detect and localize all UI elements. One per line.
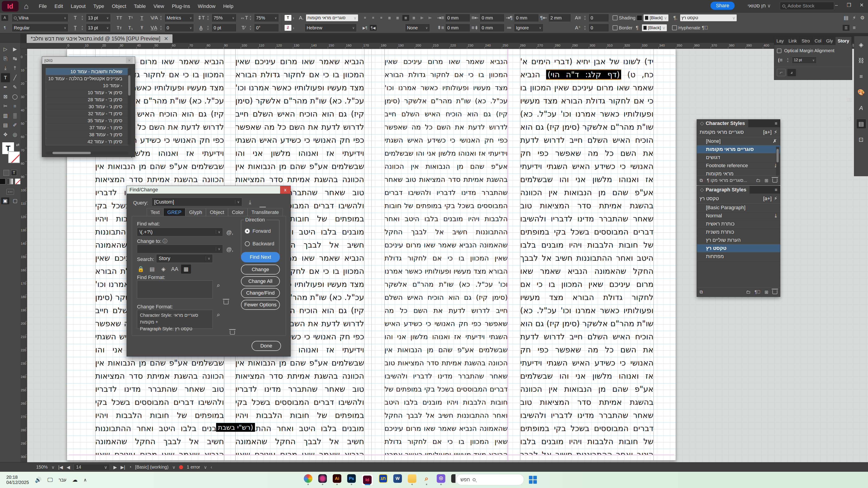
menu-file[interactable]: File [39,3,47,9]
right-indent-field[interactable]: 0 mm [480,14,504,22]
color-panel-icon[interactable]: 🎨 [856,87,866,97]
align-left-button[interactable]: ≡ [362,15,368,21]
list-item[interactable]: סימן ד' - עמוד 32 [46,110,128,117]
list-item[interactable]: סימן ה' - עמוד 35 [46,117,128,124]
language-indicator[interactable]: עבר [59,477,66,483]
tab-story[interactable]: Story [835,37,852,45]
menu-type[interactable]: Type [93,3,104,9]
gradient-feather-tool[interactable]: ▒ [10,111,20,120]
eyedropper-tool[interactable]: ✐ [10,121,20,130]
leading-stepper[interactable]: ∧∨ [80,24,85,32]
include-footnotes-icon[interactable]: ▦ [181,265,191,273]
glyphs-panel-icon[interactable]: A [856,103,866,113]
style-group-icon[interactable]: ⧉ [700,178,703,183]
shading-checkbox[interactable] [613,15,618,20]
creative-cloud-icon[interactable] [318,474,327,483]
last-page-icon[interactable]: ▶| [121,464,125,470]
next-page-icon[interactable]: ▶ [114,464,117,470]
tab-color[interactable]: Color [228,208,248,216]
columns-icon[interactable]: ▤ [843,15,849,21]
style-row[interactable]: מפתחות [697,252,780,260]
menu-object[interactable]: Object [112,3,126,9]
list-item[interactable]: סימן ח' - עמוד 42 [46,138,128,145]
char-style-select[interactable]: סוגריים מראי מקומות∨ [306,14,358,21]
include-master-pages-icon[interactable]: AA [170,265,180,273]
pencil-tool[interactable]: ✎ [10,83,20,92]
style-row[interactable]: כותרת ראשית [697,220,780,228]
minimize-button[interactable]: – [830,0,843,10]
backward-radio[interactable]: Backward [245,241,274,247]
tab-links[interactable]: Link [786,37,799,45]
change-to-input[interactable]: ∨ [137,245,223,253]
find-what-input[interactable]: \(.+?\)∨ [137,228,223,236]
list-item[interactable]: - עמוד 10 [46,82,128,89]
align-right-button[interactable]: ≡ [378,15,385,21]
fewer-options-button[interactable]: Fewer Options [241,300,280,310]
menu-layout[interactable]: Layout [71,3,86,9]
change-button[interactable]: Change [241,265,280,274]
panel-menu-icon[interactable]: ≡ [851,25,858,31]
swap-fill-stroke-icon[interactable]: ⇄ [16,142,20,147]
style-row[interactable]: Footnote reference⤓ [697,162,780,170]
content-placer-tool[interactable]: ⤒ [10,64,20,73]
toras-emes-app-icon[interactable]: תג [379,474,388,483]
style-row[interactable]: הערות שוליים רץ [697,236,780,244]
all-caps-button[interactable]: TT [114,15,124,21]
panel-scrollbar[interactable] [776,147,779,176]
ltr-paragraph-button[interactable]: ▶¶ [362,25,368,31]
kerning-field[interactable]: Metrics∨ [164,14,194,22]
tab-color[interactable]: Col [812,37,824,45]
tab-object[interactable]: Object [206,208,228,216]
tab-glyph[interactable]: Glyph [185,208,206,216]
zoom-level[interactable]: 150% [36,464,48,470]
page-number-field[interactable]: 14∨ [74,464,110,470]
tab-stroke[interactable]: Stro [799,37,812,45]
font-size-field[interactable]: 13 pt∨ [86,14,111,22]
style-group-icon[interactable]: ⧉ [700,289,703,295]
left-indent-field[interactable]: 0 mm [445,14,470,22]
lightning-icon[interactable]: ⚡ [774,196,777,201]
paragraph-styles-tab[interactable]: ◇Paragraph Styles [697,186,749,194]
new-style-badge-icon[interactable]: [a+] [763,129,772,135]
error-count[interactable]: 1 error [187,464,200,470]
folder-icon[interactable]: 🗀 [746,289,750,295]
file-explorer-icon[interactable] [408,474,416,483]
tracking-stepper[interactable]: ∧∨ [159,24,163,32]
border-color-select[interactable]: [Black]∨ [642,24,667,31]
ltr-story-button[interactable]: ⦧ [777,69,785,76]
style-row[interactable]: Normal⤓ [697,212,780,220]
justify-all-button[interactable]: ≣ [410,15,417,21]
fill-type-button[interactable]: T [285,15,291,21]
page-tool[interactable]: ⎘ [1,54,10,63]
change-all-button[interactable]: Change All [241,276,280,286]
tray-expand-icon[interactable]: ∧ [84,477,87,483]
swatches-panel-icon[interactable]: ⊞ [844,95,855,105]
style-row[interactable]: כותרת משנית [697,228,780,236]
last-indent-field[interactable]: 2 mm [548,14,571,22]
style-row[interactable]: דגושים [697,153,780,162]
change-format-box[interactable]: Character Style: סוגריים מראי מקומות + P… [137,310,213,329]
baseline-stepper[interactable]: ∧∨ [206,24,210,32]
network-icon[interactable]: 🖵 [48,477,53,483]
search-app-icon[interactable]: ⌕ [422,474,431,483]
new-style-badge-icon[interactable]: [a+] [763,196,772,201]
find-format-box[interactable] [137,281,213,298]
pen-tool[interactable]: ✒ [1,83,10,92]
hyphenate-checkbox[interactable] [672,25,677,30]
specify-find-format-icon[interactable]: ⌕ [217,282,220,289]
font-family-select[interactable]: Vilna∨ [12,14,68,22]
find-special-chars-icon[interactable]: @, [226,229,233,236]
drop-chars-field[interactable]: 0 [589,24,609,32]
delete-style-icon[interactable] [772,290,777,294]
formatting-affects-container-button[interactable] [3,170,9,176]
skew-field[interactable]: 0° [254,24,279,32]
skew-stepper[interactable]: ∧∨ [248,24,253,32]
delete-style-icon[interactable] [772,178,777,183]
menu-edit[interactable]: Edit [55,3,63,9]
close-button[interactable]: ✕ [855,0,868,10]
leading-field[interactable]: 13 pt∨ [86,24,111,32]
include-hidden-layers-icon[interactable]: ◈ [158,265,168,273]
tab-transliterate[interactable]: Transliterate [248,208,283,216]
workspace-switcher[interactable]: חן סטואי ∨ [747,3,771,9]
drop-chars-stepper[interactable]: ∧∨ [583,24,587,32]
